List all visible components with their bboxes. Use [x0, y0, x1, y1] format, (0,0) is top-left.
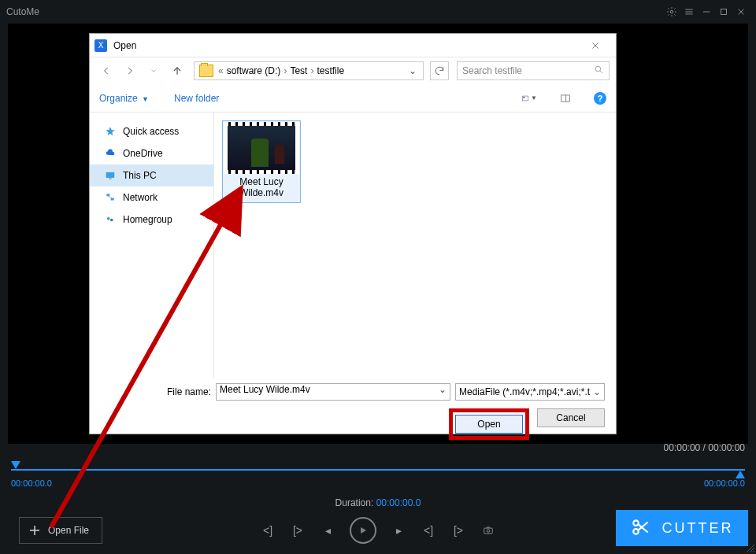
nav-recent-dropdown[interactable]: [143, 61, 164, 81]
star-icon: [104, 125, 117, 138]
minimize-icon[interactable]: [698, 3, 715, 20]
open-file-label: Open File: [48, 525, 89, 536]
dialog-app-icon: X: [94, 39, 107, 52]
cutter-label: CUTTER: [662, 520, 734, 537]
timeline-end-handle[interactable]: [736, 471, 745, 478]
filetype-filter-dropdown[interactable]: MediaFile (*.m4v;*.mp4;*.avi;*.t⌄: [455, 383, 605, 401]
breadcrumb-seg-1[interactable]: software (D:): [225, 65, 283, 76]
nav-forward-button[interactable]: [120, 61, 140, 81]
cloud-icon: [104, 147, 117, 160]
plus-icon: [28, 523, 42, 537]
search-placeholder: Search testfile: [462, 65, 522, 76]
navigation-pane: Quick access OneDrive This PC Network Ho…: [90, 113, 214, 379]
svg-rect-23: [523, 96, 525, 98]
nav-homegroup[interactable]: Homegroup: [90, 209, 213, 231]
svg-point-12: [487, 530, 490, 533]
nav-network[interactable]: Network: [90, 187, 213, 209]
organize-menu[interactable]: Organize ▼: [99, 93, 149, 104]
search-input[interactable]: Search testfile: [457, 61, 610, 80]
total-time: 00:00:00: [708, 442, 745, 453]
file-open-dialog: X Open « software (D:) › Test › testfile…: [89, 33, 617, 434]
refresh-button[interactable]: [430, 61, 449, 80]
timeline-end-label: 00:00:00.0: [704, 478, 745, 488]
search-icon: [594, 65, 604, 77]
view-options-icon[interactable]: ▼: [521, 90, 537, 106]
nav-up-button[interactable]: [167, 61, 187, 81]
timeline-track[interactable]: [11, 469, 745, 471]
address-dropdown-icon[interactable]: ⌄: [404, 65, 421, 76]
svg-line-31: [108, 196, 112, 198]
nav-onedrive[interactable]: OneDrive: [90, 142, 213, 164]
svg-rect-5: [721, 9, 727, 15]
timeline[interactable]: 00:00:00.0 00:00:00.0: [11, 469, 745, 471]
playback-controls: <] [> ◂ ▸ <] [>: [260, 517, 496, 544]
monitor-icon: [104, 169, 117, 182]
homegroup-icon: [104, 213, 117, 226]
annotation-highlight-open: Open: [449, 408, 529, 440]
dialog-body: Quick access OneDrive This PC Network Ho…: [90, 113, 616, 379]
breadcrumb-chevron-first[interactable]: «: [217, 65, 225, 76]
resize-grip-icon[interactable]: [745, 543, 754, 552]
svg-point-33: [110, 219, 113, 222]
open-file-button[interactable]: Open File: [19, 517, 102, 544]
app-titlebar: CutoMe: [0, 0, 756, 24]
nav-quick-access[interactable]: Quick access: [90, 120, 213, 142]
snapshot-icon[interactable]: [480, 523, 496, 538]
timeline-start-handle[interactable]: [11, 461, 20, 469]
svg-point-0: [670, 10, 673, 13]
close-icon[interactable]: [732, 3, 750, 20]
breadcrumb-seg-3[interactable]: testfile: [315, 65, 346, 76]
breadcrumb-chevron: ›: [282, 65, 288, 76]
filename-input[interactable]: Meet Lucy Wilde.m4v⌄: [216, 383, 450, 401]
svg-rect-30: [111, 198, 114, 201]
file-item[interactable]: Meet Lucy Wilde.m4v: [222, 120, 301, 203]
maximize-icon[interactable]: [715, 3, 732, 20]
current-time: 00:00:00: [664, 442, 701, 453]
nav-this-pc[interactable]: This PC: [90, 164, 213, 187]
bracket-left-icon[interactable]: <]: [421, 523, 436, 538]
dialog-close-button[interactable]: [580, 35, 611, 57]
cutter-button[interactable]: CUTTER: [616, 510, 748, 546]
next-frame-icon[interactable]: ▸: [391, 523, 406, 538]
address-bar[interactable]: « software (D:) › Test › testfile ⌄: [194, 61, 424, 80]
dialog-title: Open: [113, 40, 136, 51]
preview-pane-icon[interactable]: [558, 90, 573, 106]
network-icon: [104, 191, 117, 204]
dialog-toolbar: Organize ▼ New folder ▼ ?: [90, 84, 616, 113]
open-button[interactable]: Open: [455, 415, 523, 434]
svg-rect-28: [109, 179, 112, 179]
dialog-nav-row: « software (D:) › Test › testfile ⌄ Sear…: [90, 57, 616, 84]
app-title: CutoMe: [6, 6, 39, 17]
timeline-start-label: 00:00:00.0: [11, 478, 52, 488]
mark-in-icon[interactable]: <]: [260, 523, 276, 538]
file-name-label: Meet Lucy Wilde.m4v: [224, 174, 299, 201]
svg-point-20: [595, 66, 601, 72]
breadcrumb-seg-2[interactable]: Test: [288, 65, 309, 76]
svg-rect-29: [106, 194, 109, 196]
svg-point-32: [107, 217, 110, 220]
svg-rect-11: [484, 528, 493, 534]
svg-line-21: [600, 71, 602, 73]
dialog-titlebar: X Open: [90, 34, 616, 57]
svg-marker-10: [361, 527, 366, 534]
filename-label: File name:: [167, 386, 211, 397]
dialog-footer: File name: Meet Lucy Wilde.m4v⌄ MediaFil…: [90, 379, 616, 451]
svg-marker-26: [106, 127, 115, 135]
media-time-display: 00:00:00 / 00:00:00: [664, 442, 745, 453]
svg-rect-27: [106, 172, 115, 178]
cancel-button[interactable]: Cancel: [537, 408, 605, 427]
svg-rect-24: [561, 94, 570, 101]
play-button[interactable]: [350, 517, 376, 544]
bracket-right-icon[interactable]: [>: [450, 523, 466, 538]
nav-back-button[interactable]: [96, 61, 117, 81]
mark-out-icon[interactable]: [>: [290, 523, 306, 538]
help-icon[interactable]: ?: [594, 92, 606, 105]
new-folder-button[interactable]: New folder: [174, 93, 219, 104]
file-list-pane[interactable]: Meet Lucy Wilde.m4v: [214, 113, 616, 379]
scissors-icon: [631, 517, 651, 540]
settings-icon[interactable]: [663, 3, 680, 20]
menu-icon[interactable]: [680, 3, 698, 20]
svg-line-38: [753, 551, 754, 552]
folder-icon: [199, 65, 213, 77]
prev-frame-icon[interactable]: ◂: [320, 523, 335, 538]
